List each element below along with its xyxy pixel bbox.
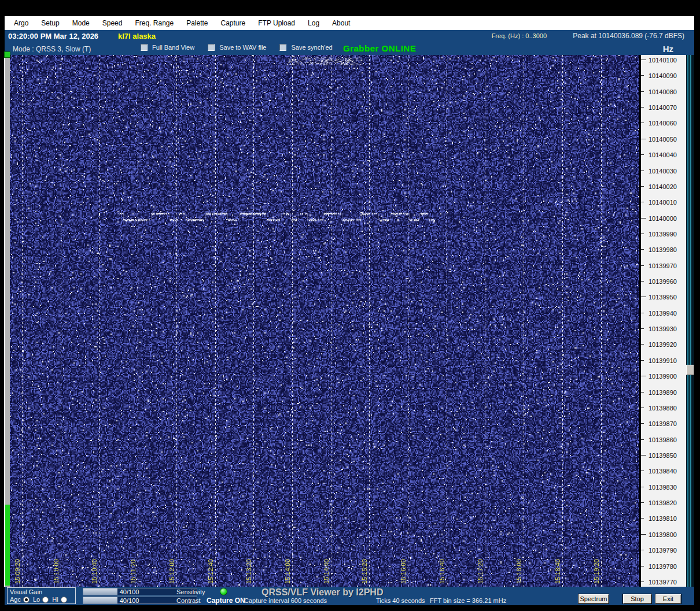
freq-value: 10139880 bbox=[649, 405, 677, 412]
visual-gain-radio-group: AgcLoHi bbox=[10, 596, 71, 603]
sensitivity-slider-fill bbox=[83, 588, 117, 595]
menu-item-setup[interactable]: Setup bbox=[35, 19, 65, 27]
menu-item-argo[interactable]: Argo bbox=[8, 19, 35, 27]
menu-item-palette[interactable]: Palette bbox=[180, 19, 214, 27]
freq-tick-mark bbox=[641, 249, 644, 250]
checkbox-row: Full Band ViewSave to WAV fileSave synch… bbox=[141, 44, 346, 51]
menu-item-speed[interactable]: Speed bbox=[96, 19, 129, 27]
checkbox-full-band-view[interactable]: Full Band View bbox=[141, 44, 194, 51]
radio-hi[interactable]: Hi bbox=[52, 596, 67, 603]
menu-item-log[interactable]: Log bbox=[301, 19, 326, 27]
freq-tick-mark bbox=[641, 265, 644, 266]
freq-tick-mark bbox=[641, 455, 646, 456]
freq-tick-mark bbox=[641, 281, 644, 282]
freq-tick-mark bbox=[641, 439, 644, 440]
checkbox-save-to-wav-file[interactable]: Save to WAV file bbox=[208, 44, 266, 51]
checkbox-label: Save synch'ed bbox=[291, 44, 332, 51]
grabber-status: Grabber ONLINE bbox=[343, 43, 416, 53]
freq-value: 10140000 bbox=[649, 215, 677, 222]
freq-tick-mark bbox=[641, 234, 644, 234]
contrast-value: 40/100 bbox=[120, 597, 139, 604]
checkbox-box[interactable] bbox=[279, 44, 286, 51]
frequency-scrollbar-thumb[interactable] bbox=[686, 365, 694, 375]
title-bar: 03:20:00 PM Mar 12, 2026 kl7l alaska Fre… bbox=[5, 30, 694, 43]
freq-tick-mark bbox=[641, 582, 644, 582]
freq-tick-mark bbox=[641, 344, 644, 345]
menu-bar: ArgoSetupModeSpeedFreq. RangePaletteCapt… bbox=[5, 16, 694, 30]
freq-value: 10140030 bbox=[649, 168, 677, 175]
freq-value: 10140080 bbox=[649, 88, 677, 95]
freq-tick-mark bbox=[641, 186, 644, 187]
freq-value: 10140060 bbox=[649, 120, 677, 127]
freq-tick-mark bbox=[641, 534, 646, 535]
freq-value: 10139820 bbox=[649, 499, 677, 506]
freq-value: 10140050 bbox=[649, 136, 677, 143]
radio-label: Agc bbox=[10, 596, 21, 603]
freq-tick-mark bbox=[641, 502, 644, 503]
freq-tick-mark bbox=[641, 328, 644, 329]
freq-axis-unit: Hz bbox=[663, 44, 673, 54]
mode-label: Mode : QRSS 3, Slow (T) bbox=[13, 45, 91, 53]
exit-button[interactable]: Exit bbox=[655, 594, 681, 604]
stop-button[interactable]: Stop bbox=[622, 594, 652, 604]
visual-gain-title: Visual Gain bbox=[10, 588, 42, 595]
freq-tick-mark bbox=[641, 202, 644, 202]
capture-interval-label: Capture interval 600 seconds bbox=[244, 597, 327, 604]
freq-value: 10139990 bbox=[649, 231, 677, 238]
freq-value: 10139890 bbox=[649, 389, 677, 396]
capture-progress-fill bbox=[5, 505, 10, 586]
radio-agc[interactable]: Agc bbox=[10, 596, 30, 603]
sensitivity-label: Sensitivity bbox=[176, 588, 205, 595]
menu-item-about[interactable]: About bbox=[326, 19, 356, 27]
freq-value: 10139860 bbox=[649, 436, 677, 443]
checkbox-box[interactable] bbox=[141, 44, 148, 51]
freq-value: 10140090 bbox=[649, 72, 677, 79]
freq-tick-mark bbox=[641, 518, 644, 519]
capture-progress-bar bbox=[4, 55, 10, 587]
contrast-slider-fill bbox=[83, 597, 117, 603]
station-callsign: kl7l alaska bbox=[118, 32, 156, 40]
freq-tick-mark bbox=[641, 75, 644, 76]
menu-item-mode[interactable]: Mode bbox=[66, 19, 96, 27]
freq-value: 10139790 bbox=[649, 547, 677, 554]
ticks-label: Ticks 40 seconds bbox=[376, 597, 425, 604]
radio-circle[interactable] bbox=[23, 597, 30, 603]
freq-value: 10139830 bbox=[649, 484, 677, 491]
clock-datetime: 03:20:00 PM Mar 12, 2026 bbox=[8, 32, 98, 40]
menu-item-capture[interactable]: Capture bbox=[215, 19, 252, 27]
freq-value: 10140070 bbox=[649, 104, 677, 111]
fft-bin-label: FFT bin size = 366.21 mHz bbox=[430, 597, 506, 604]
freq-tick-mark bbox=[641, 297, 646, 297]
menu-item-freq-range[interactable]: Freq. Range bbox=[128, 19, 180, 27]
freq-tick-mark bbox=[641, 392, 644, 392]
freq-tick-mark bbox=[641, 107, 644, 108]
capture-progress-top-indicator bbox=[4, 51, 10, 58]
radio-circle[interactable] bbox=[61, 597, 67, 603]
menu-item-ftp-upload[interactable]: FTP Upload bbox=[252, 19, 301, 27]
freq-tick-mark bbox=[641, 408, 644, 408]
checkbox-label: Full Band View bbox=[152, 44, 194, 51]
freq-range-readout: Freq. (Hz) : 0..3000 bbox=[492, 32, 547, 39]
freq-tick-mark bbox=[641, 487, 644, 487]
freq-tick-mark bbox=[641, 60, 646, 60]
checkbox-box[interactable] bbox=[208, 44, 215, 51]
freq-value: 10139870 bbox=[649, 420, 677, 427]
app-title: QRSS/VLF Viewer by I2PHD bbox=[261, 587, 383, 598]
freq-value: 10139850 bbox=[649, 452, 677, 459]
freq-value: 10140100 bbox=[649, 57, 677, 64]
radio-lo[interactable]: Lo bbox=[33, 596, 49, 603]
freq-tick-mark bbox=[641, 423, 644, 424]
freq-value: 10139910 bbox=[649, 357, 677, 364]
frequency-scrollbar[interactable] bbox=[686, 55, 694, 587]
freq-value: 10139800 bbox=[649, 531, 677, 538]
freq-tick-mark bbox=[641, 218, 646, 219]
freq-tick-mark bbox=[641, 123, 644, 123]
radio-circle[interactable] bbox=[42, 597, 49, 603]
checkbox-save-synch-ed[interactable]: Save synch'ed bbox=[279, 44, 332, 51]
visual-gain-panel: Visual Gain AgcLoHi bbox=[7, 587, 76, 604]
spectrum-button[interactable]: Spectrum bbox=[578, 594, 609, 604]
freq-tick-mark bbox=[641, 376, 646, 376]
sensitivity-value: 40/100 bbox=[120, 588, 139, 595]
freq-tick-mark bbox=[641, 171, 644, 171]
freq-value: 10140020 bbox=[649, 183, 677, 190]
